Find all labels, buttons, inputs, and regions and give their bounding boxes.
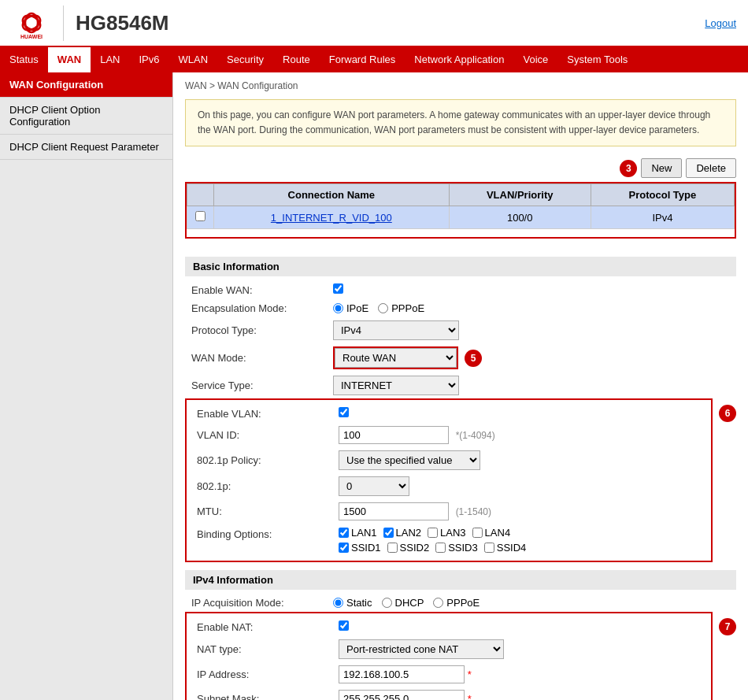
nav-voice[interactable]: Voice — [513, 47, 557, 72]
lan4-checkbox[interactable] — [472, 528, 483, 538]
delete-button[interactable]: Delete — [686, 158, 736, 178]
ip-static-radio[interactable] — [333, 598, 343, 608]
subnet-mask-row: Subnet Mask: * — [191, 687, 707, 700]
nat-type-label: NAT type: — [191, 636, 332, 662]
mtu-hint: (1-1540) — [456, 506, 491, 517]
val-802-1p-select[interactable]: 0 1 2 3 4 5 6 7 — [339, 476, 409, 496]
nav-route[interactable]: Route — [273, 47, 320, 72]
lan3-checkbox[interactable] — [428, 528, 438, 538]
enable-nat-checkbox[interactable] — [339, 620, 349, 631]
nav-security[interactable]: Security — [217, 47, 273, 72]
ssid2-option[interactable]: SSID2 — [387, 542, 430, 554]
table-row: 1_INTERNET_R_VID_100 100/0 IPv4 — [187, 206, 735, 229]
ip-pppoe-option[interactable]: PPPoE — [433, 597, 480, 609]
ipv4-acq-form: IP Acquisition Mode: Static DHCP PPPoE — [185, 594, 736, 612]
enable-wan-cell — [327, 280, 736, 299]
wan-mode-select[interactable]: Route WAN Bridge WAN — [335, 348, 457, 368]
row-connection-name[interactable]: 1_INTERNET_R_VID_100 — [214, 206, 450, 229]
vlan-section-wrapper: Enable VLAN: VLAN ID: 100 *(1-4094) 8 — [185, 398, 736, 562]
lan1-checkbox[interactable] — [339, 528, 349, 538]
new-button[interactable]: New — [641, 158, 682, 178]
subnet-mask-input[interactable] — [339, 690, 465, 700]
ip-address-input[interactable] — [339, 665, 465, 683]
ssid2-label: SSID2 — [400, 542, 430, 554]
nav-wan[interactable]: WAN — [48, 47, 91, 72]
step6-badge: 6 — [719, 405, 736, 422]
nav-forward-rules[interactable]: Forward Rules — [320, 47, 405, 72]
vlan-id-row: VLAN ID: 100 *(1-4094) — [191, 423, 707, 447]
row-checkbox-cell[interactable] — [187, 206, 214, 229]
ip-pppoe-radio[interactable] — [433, 598, 443, 608]
protocol-type-select[interactable]: IPv4 — [333, 320, 459, 340]
enable-wan-checkbox[interactable] — [333, 283, 343, 294]
nav-system-tools[interactable]: System Tools — [557, 47, 637, 72]
enable-nat-label: Enable NAT: — [191, 617, 332, 636]
lan3-label: LAN3 — [440, 527, 466, 539]
ssid2-checkbox[interactable] — [387, 543, 398, 553]
nav-lan[interactable]: LAN — [91, 47, 129, 72]
binding-lan-row: LAN1 LAN2 LAN3 LAN4 — [339, 527, 701, 539]
ip-address-cell: * — [332, 662, 707, 687]
ipv4-form: Enable NAT: NAT type: Port-restricted co… — [191, 617, 707, 700]
sidebar-item-dhcp-option[interactable]: DHCP Client Option Configuration — [0, 98, 172, 135]
logout-button[interactable]: Logout — [705, 17, 736, 29]
ssid4-option[interactable]: SSID4 — [484, 542, 527, 554]
subnet-required: * — [468, 693, 472, 700]
encap-ipoe-option[interactable]: IPoE — [333, 302, 368, 314]
wan-mode-annotated: Route WAN Bridge WAN — [333, 346, 458, 369]
ip-dhcp-radio[interactable] — [382, 598, 392, 608]
ssid3-option[interactable]: SSID3 — [435, 542, 478, 554]
row-vlan-priority: 100/0 — [449, 206, 591, 229]
ip-static-label: Static — [346, 597, 372, 609]
main-layout: WAN Configuration DHCP Client Option Con… — [0, 72, 748, 700]
nat-type-select[interactable]: Port-restricted cone NAT — [339, 639, 504, 659]
ip-dhcp-option[interactable]: DHCP — [382, 597, 424, 609]
policy-802-1p-cell: Use the specified value — [332, 447, 707, 473]
vlan-annotated-box: Enable VLAN: VLAN ID: 100 *(1-4094) 8 — [185, 398, 713, 562]
service-type-label: Service Type: — [185, 372, 327, 398]
vlan-id-hint: *(1-4094) — [456, 430, 495, 441]
connection-table-wrapper: Connection Name VLAN/Priority Protocol T… — [185, 182, 736, 239]
step5-badge: 5 — [465, 350, 482, 367]
policy-802-1p-select[interactable]: Use the specified value — [339, 450, 480, 470]
mtu-input[interactable] — [339, 502, 449, 520]
connection-table: Connection Name VLAN/Priority Protocol T… — [187, 183, 735, 229]
lan4-option[interactable]: LAN4 — [472, 527, 511, 539]
logo-area: HUAWEI — [12, 6, 64, 41]
lan3-option[interactable]: LAN3 — [428, 527, 466, 539]
lan2-label: LAN2 — [396, 527, 422, 539]
toolbar: 3 New Delete — [185, 158, 736, 178]
ip-acq-options: Static DHCP PPPoE — [333, 597, 730, 609]
ssid3-checkbox[interactable] — [435, 543, 446, 553]
sidebar-item-dhcp-request[interactable]: DHCP Client Request Parameter — [0, 135, 172, 160]
sidebar-item-wan-configuration[interactable]: WAN Configuration — [0, 72, 172, 98]
enable-vlan-checkbox[interactable] — [339, 407, 349, 417]
vlan-id-input[interactable]: 100 — [339, 426, 449, 444]
encap-pppoe-option[interactable]: PPPoE — [378, 302, 424, 314]
nav-wlan[interactable]: WLAN — [169, 47, 218, 72]
nav-network-application[interactable]: Network Application — [405, 47, 513, 72]
lan2-checkbox[interactable] — [383, 528, 394, 538]
service-type-select[interactable]: INTERNET — [333, 376, 459, 395]
ssid4-checkbox[interactable] — [484, 543, 494, 553]
col-vlan-header: VLAN/Priority — [449, 184, 591, 206]
encap-ipoe-radio[interactable] — [333, 303, 343, 313]
nav-status[interactable]: Status — [0, 47, 48, 72]
encap-pppoe-radio[interactable] — [378, 303, 388, 313]
vlan-id-cell: 100 *(1-4094) — [332, 423, 707, 447]
ssid3-label: SSID3 — [448, 542, 478, 554]
ip-static-option[interactable]: Static — [333, 597, 372, 609]
binding-ssid-row: SSID1 SSID2 SSID3 SSID4 — [339, 542, 701, 554]
ssid1-checkbox[interactable] — [339, 543, 349, 553]
basic-info-form: Enable WAN: Encapsulation Mode: IPoE PPP… — [185, 280, 736, 398]
lan1-option[interactable]: LAN1 — [339, 527, 377, 539]
ssid1-option[interactable]: SSID1 — [339, 542, 381, 554]
info-box: On this page, you can configure WAN port… — [185, 99, 736, 146]
svg-text:HUAWEI: HUAWEI — [20, 34, 43, 39]
enable-vlan-cell — [332, 404, 707, 423]
row-checkbox[interactable] — [195, 211, 206, 221]
lan1-label: LAN1 — [351, 527, 377, 539]
lan2-option[interactable]: LAN2 — [383, 527, 422, 539]
nav-ipv6[interactable]: IPv6 — [130, 47, 169, 72]
subnet-mask-cell: * — [332, 687, 707, 700]
